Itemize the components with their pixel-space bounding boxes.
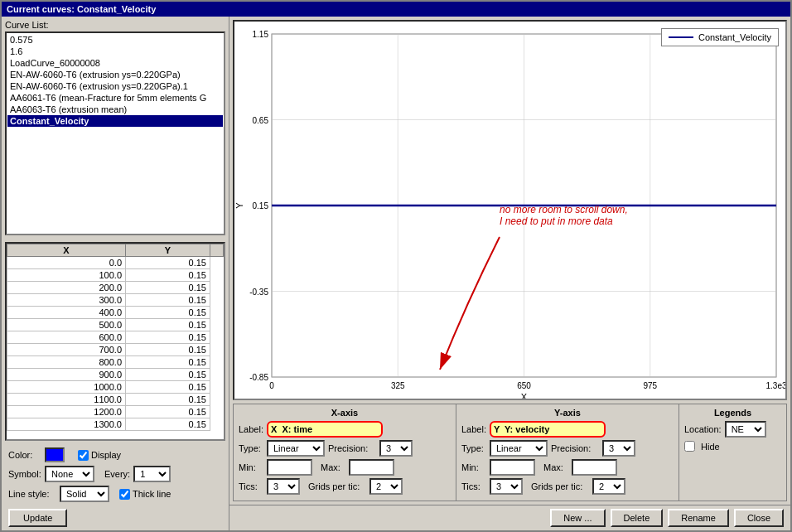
y-min-label: Min: [461,462,486,472]
legend-label: Constant_Velocity [698,32,771,42]
hide-label: Hide [701,442,720,452]
annotation-line1: no more room to scroll down, [500,204,628,215]
table-cell[interactable]: 0.15 [126,257,210,269]
rename-button[interactable]: Rename [668,509,729,527]
annotation-text: no more room to scroll down, I need to p… [500,204,628,227]
chart-legend: Constant_Velocity [661,28,779,46]
x-grids-label: Grids per tic: [308,481,366,491]
x-max-input[interactable] [349,459,394,476]
x-label-input[interactable] [267,421,383,438]
axis-controls: X-axis Label: Type: LinearLog Precision:… [229,400,790,505]
curve-list-item[interactable]: LoadCurve_60000008 [7,57,223,69]
x-tics-select[interactable]: 12345 [267,478,300,495]
y-max-input[interactable] [572,459,617,476]
table-cell[interactable]: 0.15 [126,406,210,418]
table-cell[interactable]: 0.15 [126,369,210,381]
chart-area: 1.150.650.15-0.35-0.8503256509751.3e3XY … [233,20,787,400]
table-cell[interactable]: 1000.0 [7,381,126,394]
line-style-select[interactable]: SolidDashedDotted [60,486,109,502]
table-cell[interactable]: 700.0 [7,344,126,356]
curve-list-item[interactable]: AA6061-T6 (mean-Fracture for 5mm element… [7,92,223,104]
color-picker[interactable] [45,447,65,462]
x-min-label: Min: [239,462,263,472]
every-select[interactable]: 123510 [133,466,171,482]
table-cell[interactable]: 800.0 [7,356,126,369]
y-grids-label: Grids per tic: [531,481,589,491]
hide-checkbox[interactable] [684,441,695,452]
table-cell[interactable]: 0.15 [126,307,210,319]
y-axis-section: Y-axis Label: Type: LinearLog Precision:… [456,404,679,501]
close-button[interactable]: Close [734,509,784,527]
table-cell[interactable]: 0.15 [126,294,210,307]
table-cell[interactable]: 0.0 [7,257,126,269]
table-cell[interactable]: 1200.0 [7,406,126,418]
svg-text:325: 325 [391,381,405,390]
svg-text:Y: Y [234,202,244,209]
table-cell[interactable]: 500.0 [7,319,126,331]
table-cell[interactable]: 300.0 [7,294,126,307]
update-button[interactable]: Update [8,509,67,527]
table-cell[interactable]: 100.0 [7,269,126,282]
symbol-select[interactable]: NoneCircleSquareTriangle [45,466,94,482]
color-label: Color: [8,450,41,460]
curve-list-item[interactable]: 0.575 [7,34,223,46]
curve-list-item[interactable]: EN-AW-6060-T6 (extrusion ys=0.220GPa).1 [7,80,223,92]
table-cell[interactable]: 0.15 [126,394,210,406]
y-precision-select[interactable]: 12345 [602,440,635,457]
y-tics-select[interactable]: 12345 [490,478,523,495]
x-tics-label: Tics: [239,481,263,491]
table-cell[interactable]: 900.0 [7,369,126,381]
annotation-line2: I need to put in more data [500,215,613,227]
svg-text:-0.85: -0.85 [249,373,268,382]
delete-button[interactable]: Delete [611,509,664,527]
table-cell[interactable]: 0.15 [126,282,210,294]
x-grids-select[interactable]: 1234 [369,478,403,495]
table-cell[interactable]: 0.15 [126,319,210,331]
x-min-input[interactable] [267,459,312,476]
table-cell[interactable]: 0.15 [126,418,210,431]
table-cell[interactable]: 0.15 [126,381,210,394]
y-label-input[interactable] [490,421,606,438]
table-row: 1100.00.15 [7,394,224,406]
y-type-select[interactable]: LinearLog [490,440,548,457]
thick-line-checkbox[interactable] [119,489,130,500]
svg-text:650: 650 [517,381,531,390]
table-cell[interactable]: 1300.0 [7,418,126,431]
table-cell[interactable]: 1100.0 [7,394,126,406]
curve-list-item[interactable]: EN-AW-6060-T6 (extrusion ys=0.220GPa) [7,69,223,80]
curve-list-label: Curve List: [5,20,225,30]
data-table-wrapper[interactable]: X Y 0.00.15100.00.15200.00.15300.00.1540… [5,242,225,441]
symbol-label: Symbol: [8,469,41,479]
svg-text:1.15: 1.15 [253,30,269,39]
table-row: 100.00.15 [7,269,224,282]
x-precision-select[interactable]: 12345 [379,440,413,457]
thick-line-label: Thick line [133,489,171,499]
curve-list-item[interactable]: 1.6 [7,46,223,57]
svg-text:X: X [521,392,528,399]
legends-title: Legends [684,408,781,418]
x-type-select[interactable]: LinearLog [267,440,325,457]
table-cell[interactable]: 0.15 [126,344,210,356]
table-cell[interactable]: 400.0 [7,307,126,319]
new-button[interactable]: New ... [550,509,605,527]
table-cell[interactable]: 0.15 [126,269,210,282]
display-checkbox[interactable] [78,450,89,461]
location-select[interactable]: NENWSESW [725,421,766,438]
table-cell[interactable]: 200.0 [7,282,126,294]
svg-text:0.15: 0.15 [253,201,269,210]
y-grids-select[interactable]: 1234 [592,478,625,495]
y-precision-label: Precision: [551,443,599,453]
table-cell[interactable]: 0.15 [126,356,210,369]
window-title: Current curves: Constant_Velocity [7,4,156,14]
table-cell[interactable]: 0.15 [126,331,210,344]
every-label: Every: [104,469,130,479]
y-min-input[interactable] [490,459,535,476]
table-row: 400.00.15 [7,307,224,319]
display-label: Display [91,450,121,460]
table-cell[interactable]: 600.0 [7,331,126,344]
curve-list-item[interactable]: AA6063-T6 (extrusion mean) [7,104,223,115]
y-label-text: Label: [461,424,486,434]
legends-section: Legends Location: NENWSESW Hide [679,404,787,501]
curve-listbox[interactable]: 0.5751.6LoadCurve_60000008EN-AW-6060-T6 … [5,31,225,235]
curve-list-item[interactable]: Constant_Velocity [7,115,223,127]
